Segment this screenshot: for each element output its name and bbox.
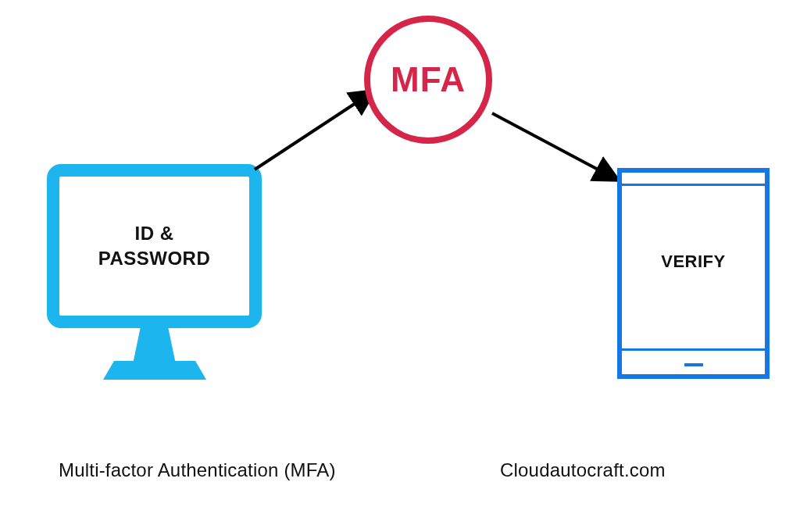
monitor-label-line2: PASSWORD	[98, 248, 211, 269]
monitor-neck	[133, 327, 176, 364]
diagram-canvas: ID & PASSWORD MFA VERIFY	[0, 0, 800, 532]
monitor-label: ID & PASSWORD	[98, 221, 211, 272]
caption-left: Multi-factor Authentication (MFA)	[59, 459, 336, 481]
mfa-label: MFA	[391, 60, 466, 99]
mfa-circle: MFA	[364, 16, 492, 144]
svg-line-0	[255, 91, 373, 170]
svg-line-1	[492, 113, 617, 180]
monitor-base	[103, 361, 206, 380]
monitor-icon: ID & PASSWORD	[47, 164, 262, 391]
tablet-label: VERIFY	[622, 173, 765, 351]
arrow-monitor-to-mfa	[250, 82, 383, 176]
monitor-screen: ID & PASSWORD	[47, 164, 262, 328]
tablet-home-indicator	[684, 363, 703, 366]
arrow-mfa-to-device	[486, 105, 627, 191]
monitor-label-line1: ID &	[135, 223, 174, 244]
caption-right: Cloudautocraft.com	[500, 459, 666, 481]
tablet-icon: VERIFY	[617, 168, 770, 379]
tablet-bottom-bar	[622, 348, 765, 351]
